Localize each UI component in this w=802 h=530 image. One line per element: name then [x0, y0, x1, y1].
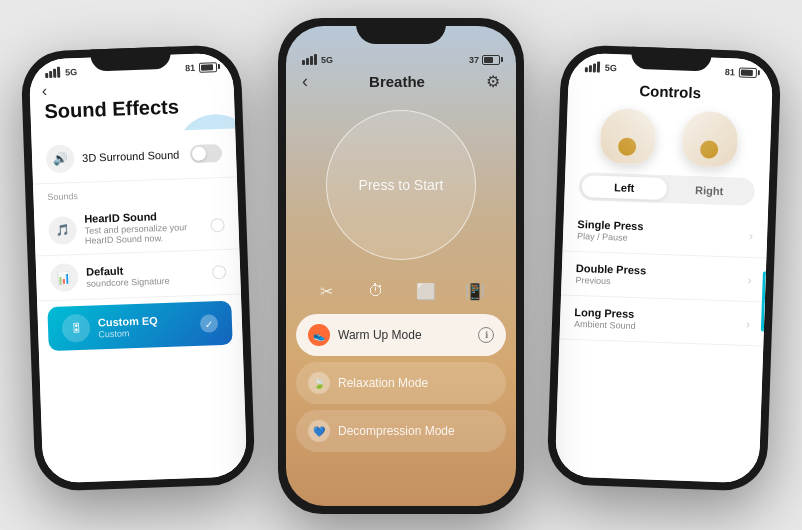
single-press-title: Single Press — [577, 218, 643, 232]
double-press-text: Double Press Previous — [575, 262, 646, 287]
right-signal-type: 5G — [605, 62, 617, 72]
left-btn[interactable]: Left — [581, 175, 667, 200]
center-signal-type: 5G — [321, 55, 333, 65]
right-accent-bar — [761, 271, 766, 331]
hearid-sub: Test and personalize your HearID Sound n… — [84, 222, 203, 246]
center-signal-bars — [302, 54, 317, 65]
toggle-3d-label-row: 🔊 3D Surround Sound — [46, 140, 180, 173]
left-battery-icon — [199, 62, 217, 73]
left-title-section: Sound Effects — [30, 94, 235, 136]
double-press-item[interactable]: Double Press Previous › — [561, 251, 766, 302]
center-battery-fill — [484, 57, 493, 63]
right-signal — [585, 61, 600, 73]
right-battery-num: 81 — [725, 67, 735, 77]
default-icon: 📊 — [50, 263, 79, 292]
scissor-icon[interactable]: ✂ — [312, 276, 342, 306]
center-status-bar: 5G 37 — [286, 44, 516, 71]
warm-up-label: Warm Up Mode — [338, 328, 470, 342]
default-item[interactable]: 📊 Default soundcore Signature — [36, 249, 241, 301]
center-battery-num: 37 — [469, 55, 479, 65]
hearid-text: HearID Sound Test and personalize your H… — [84, 209, 203, 246]
warm-up-icon: 👟 — [308, 324, 330, 346]
left-signal — [45, 67, 60, 79]
mode-list: 👟 Warm Up Mode ℹ 🍃 Relaxation Mode 💙 Dec… — [286, 314, 516, 452]
toggle-3d-row[interactable]: 🔊 3D Surround Sound — [31, 129, 237, 185]
decompression-mode-item[interactable]: 💙 Decompression Mode — [296, 410, 506, 452]
right-status-right: 81 — [725, 67, 757, 78]
custom-eq-text: Custom EQ Custom — [98, 313, 193, 339]
vibrate-icon[interactable]: 📳 — [460, 276, 490, 306]
double-press-title: Double Press — [576, 262, 647, 276]
warm-up-mode-item[interactable]: 👟 Warm Up Mode ℹ — [296, 314, 506, 356]
long-press-text: Long Press Ambient Sound — [574, 306, 636, 331]
custom-eq-icon: 🎛 — [62, 314, 91, 343]
left-back-button[interactable]: ‹ — [41, 80, 53, 101]
hearid-icon: 🎵 — [48, 216, 77, 245]
right-content: 5G 81 Controls — [555, 53, 774, 484]
single-press-item[interactable]: Single Press Play / Pause › — [563, 207, 768, 258]
left-signal-type: 5G — [65, 67, 77, 77]
custom-eq-check: ✓ — [200, 314, 219, 333]
left-status-left: 5G — [45, 66, 77, 78]
default-text: Default soundcore Signature — [86, 261, 205, 288]
center-title: Breathe — [308, 73, 486, 90]
left-content: 5G 81 ‹ Sound Effects — [29, 53, 248, 484]
long-press-sub: Ambient Sound — [574, 319, 636, 331]
center-battery: 37 — [469, 55, 500, 65]
press-to-start-label: Press to Start — [359, 177, 444, 193]
center-battery-icon — [482, 55, 500, 65]
hearid-radio[interactable] — [210, 217, 224, 231]
right-earbud-img — [681, 111, 738, 168]
right-btn[interactable]: Right — [666, 178, 752, 203]
surround-icon: 🔊 — [46, 144, 75, 173]
left-status-right: 81 — [185, 62, 217, 73]
relaxation-icon: 🍃 — [308, 372, 330, 394]
right-screen: 5G 81 Controls — [555, 53, 774, 484]
center-header: ‹ Breathe ⚙ — [286, 71, 516, 100]
double-press-arrow: › — [747, 272, 751, 286]
left-battery-fill — [201, 64, 213, 70]
right-battery-icon — [739, 67, 757, 78]
single-press-text: Single Press Play / Pause — [577, 218, 644, 243]
toggle-3d-label: 3D Surround Sound — [82, 148, 180, 163]
lr-toggle[interactable]: Left Right — [578, 172, 755, 206]
long-press-item[interactable]: Long Press Ambient Sound › — [559, 295, 764, 346]
center-settings-icon[interactable]: ⚙ — [486, 72, 500, 91]
phone-left: 5G 81 ‹ Sound Effects — [20, 44, 255, 491]
earbuds-container — [565, 107, 771, 179]
toggle-3d-switch[interactable] — [190, 144, 223, 163]
center-signal: 5G — [302, 54, 333, 65]
left-battery-num: 81 — [185, 62, 195, 72]
decompression-icon: 💙 — [308, 420, 330, 442]
decompression-label: Decompression Mode — [338, 424, 494, 438]
notch-right — [631, 47, 712, 72]
notch-center — [356, 18, 446, 44]
center-screen: 5G 37 ‹ Breathe ⚙ — [286, 26, 516, 506]
breathe-circle-container: Press to Start — [286, 100, 516, 260]
scene: 5G 81 ‹ Sound Effects — [0, 0, 802, 530]
timer-icon[interactable]: ⏱ — [361, 276, 391, 306]
long-press-title: Long Press — [574, 306, 636, 320]
single-press-arrow: › — [749, 228, 753, 242]
custom-eq-sub: Custom — [98, 326, 192, 339]
breathe-circle[interactable]: Press to Start — [326, 110, 476, 260]
relaxation-label: Relaxation Mode — [338, 376, 494, 390]
custom-eq-item[interactable]: 🎛 Custom EQ Custom ✓ — [47, 301, 232, 351]
hearid-item[interactable]: 🎵 HearID Sound Test and personalize your… — [34, 199, 240, 256]
left-earbud-img — [599, 108, 656, 165]
square-icon[interactable]: ⬜ — [411, 276, 441, 306]
default-radio[interactable] — [212, 265, 226, 279]
center-bg: 5G 37 ‹ Breathe ⚙ — [286, 26, 516, 506]
warm-up-info-icon[interactable]: ℹ — [478, 327, 494, 343]
relaxation-mode-item[interactable]: 🍃 Relaxation Mode — [296, 362, 506, 404]
left-screen: 5G 81 ‹ Sound Effects — [29, 53, 248, 484]
center-controls-row: ✂ ⏱ ⬜ 📳 — [286, 268, 516, 314]
notch-left — [90, 47, 171, 72]
double-press-sub: Previous — [575, 275, 646, 287]
right-battery-fill — [741, 69, 753, 75]
single-press-sub: Play / Pause — [577, 231, 643, 243]
phone-right: 5G 81 Controls — [546, 44, 781, 491]
right-status-left: 5G — [585, 61, 617, 73]
phone-center: 5G 37 ‹ Breathe ⚙ — [278, 18, 524, 514]
long-press-arrow: › — [746, 316, 750, 330]
